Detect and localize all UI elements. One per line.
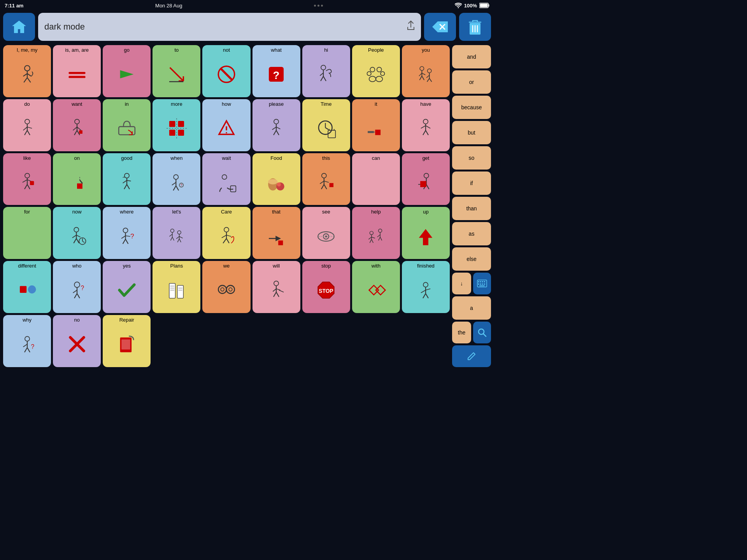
cell-more[interactable]: more: [153, 99, 200, 151]
cell-have[interactable]: have: [402, 99, 450, 151]
cell-this[interactable]: this: [302, 153, 350, 205]
cell-do[interactable]: do: [3, 99, 51, 151]
svg-line-105: [124, 184, 127, 189]
cell-can[interactable]: can: [352, 153, 400, 205]
cell-wait[interactable]: wait: [202, 153, 250, 205]
svg-line-163: [222, 235, 226, 238]
svg-rect-62: [169, 121, 175, 127]
svg-line-191: [74, 294, 77, 298]
cell-who[interactable]: who ?: [53, 261, 101, 313]
svg-text:?: ?: [81, 285, 84, 291]
svg-line-192: [77, 294, 80, 298]
cell-you[interactable]: you: [402, 45, 450, 97]
side-word-down[interactable]: ↓: [452, 273, 471, 294]
side-word-else[interactable]: else: [452, 247, 491, 271]
cell-where[interactable]: where ?: [103, 207, 151, 259]
side-word-so[interactable]: so: [452, 146, 491, 170]
svg-point-52: [75, 119, 79, 124]
cell-hi[interactable]: hi: [302, 45, 350, 97]
side-word-than[interactable]: than: [452, 197, 491, 220]
cell-Plans[interactable]: Plans: [153, 261, 200, 313]
cell-why[interactable]: why ?: [3, 315, 51, 367]
cell-Food[interactable]: Food: [253, 153, 300, 205]
svg-marker-185: [419, 229, 433, 245]
cell-want[interactable]: want: [53, 99, 101, 151]
cell-no[interactable]: no: [53, 315, 101, 367]
cell-good[interactable]: good: [103, 153, 151, 205]
cell-People[interactable]: People: [352, 45, 400, 97]
side-word-or[interactable]: or: [452, 70, 491, 94]
search-button[interactable]: [473, 322, 491, 343]
cell-now[interactable]: now: [53, 207, 101, 259]
svg-point-32: [381, 72, 384, 75]
cell-I-me-my[interactable]: I, me, my: [3, 45, 51, 97]
cell-Time[interactable]: Time: [302, 99, 350, 151]
cell-how[interactable]: how: [202, 99, 250, 151]
cell-Care[interactable]: Care: [202, 207, 250, 259]
svg-line-183: [370, 239, 372, 243]
cell-help[interactable]: help: [352, 207, 400, 259]
backspace-button[interactable]: [424, 13, 456, 41]
cell-what[interactable]: what ?: [253, 45, 300, 97]
share-icon[interactable]: [406, 20, 416, 33]
cell-up[interactable]: up: [402, 207, 450, 259]
svg-line-177: [379, 237, 380, 240]
svg-rect-231: [478, 281, 479, 282]
cell-yes[interactable]: yes: [103, 261, 151, 313]
svg-point-214: [423, 282, 428, 287]
cell-see[interactable]: see: [302, 207, 350, 259]
cell-will[interactable]: will: [253, 261, 300, 313]
svg-line-142: [82, 241, 84, 242]
svg-line-103: [123, 180, 126, 183]
delete-button[interactable]: [459, 13, 491, 41]
svg-line-210: [276, 292, 279, 297]
keyboard-button[interactable]: [473, 273, 491, 294]
grid-container: I, me, my is, am, are go to not: [0, 43, 494, 369]
side-word-the[interactable]: the: [452, 322, 471, 343]
edit-button[interactable]: [452, 345, 491, 367]
cell-on[interactable]: on: [53, 153, 101, 205]
svg-line-176: [377, 234, 380, 237]
side-word-a[interactable]: a: [452, 296, 491, 320]
svg-line-10: [27, 74, 31, 76]
svg-rect-126: [330, 183, 333, 187]
side-word-because[interactable]: because: [452, 96, 491, 119]
svg-line-26: [320, 73, 324, 76]
cell-with[interactable]: with: [352, 261, 400, 313]
cell-stop[interactable]: stop STOP: [302, 261, 350, 313]
cell-that[interactable]: that: [253, 207, 300, 259]
cell-Repair[interactable]: Repair: [103, 315, 151, 367]
cell-please[interactable]: please: [253, 99, 300, 151]
cell-is-am-are[interactable]: is, am, are: [53, 45, 101, 97]
svg-point-201: [218, 285, 226, 294]
cell-for[interactable]: for: [3, 207, 51, 259]
cell-it[interactable]: it: [352, 99, 400, 151]
svg-point-30: [377, 67, 382, 72]
side-word-and[interactable]: and: [452, 45, 491, 68]
cell-get[interactable]: get: [402, 153, 450, 205]
text-input-display[interactable]: dark mode: [38, 13, 421, 41]
cell-like[interactable]: like: [3, 153, 51, 205]
cell-to[interactable]: to: [153, 45, 200, 97]
svg-rect-1: [488, 4, 489, 7]
cell-we[interactable]: we: [202, 261, 250, 313]
svg-line-74: [276, 127, 280, 129]
cell-lets[interactable]: let's: [153, 207, 200, 259]
cell-finished[interactable]: finished: [402, 261, 450, 313]
cell-different[interactable]: different: [3, 261, 51, 313]
cell-in[interactable]: in: [103, 99, 151, 151]
cell-when[interactable]: when ?: [153, 153, 200, 205]
side-word-but[interactable]: but: [452, 121, 491, 144]
svg-line-16: [170, 68, 184, 81]
svg-line-93: [22, 180, 27, 182]
svg-point-24: [321, 65, 326, 70]
side-word-as[interactable]: as: [452, 222, 491, 245]
side-word-if[interactable]: if: [452, 172, 491, 195]
cell-not[interactable]: not: [202, 45, 250, 97]
svg-point-31: [367, 72, 371, 75]
svg-rect-13: [68, 72, 85, 74]
side-panel: and or because but so if than as else ↓ …: [452, 45, 491, 367]
cell-go[interactable]: go: [103, 45, 151, 97]
svg-point-155: [177, 231, 181, 234]
home-button[interactable]: [3, 13, 35, 41]
